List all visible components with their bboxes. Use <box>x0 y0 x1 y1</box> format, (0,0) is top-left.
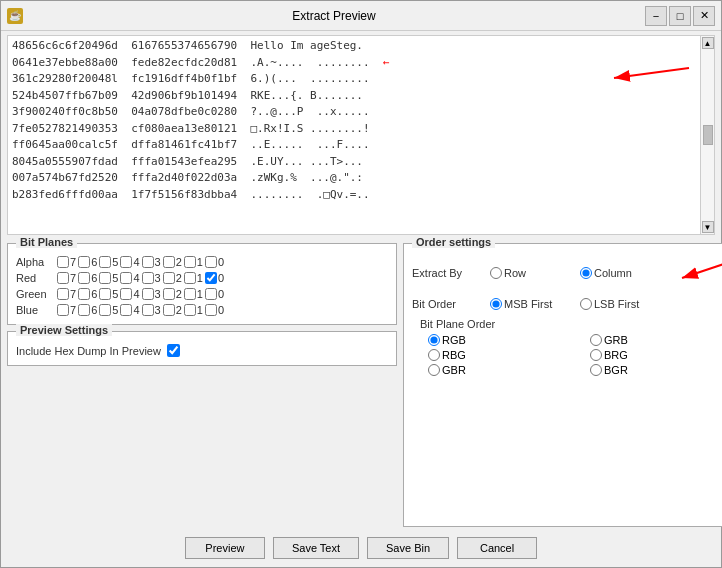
column-radio-item: Column <box>580 267 664 279</box>
alpha-bit-6: 6 <box>78 256 97 268</box>
column-radio[interactable] <box>580 267 592 279</box>
blue-cb-4[interactable] <box>120 304 132 316</box>
green-cb-3[interactable] <box>142 288 154 300</box>
extract-by-radio-group: Row Column <box>490 267 664 279</box>
cancel-button[interactable]: Cancel <box>457 537 537 559</box>
green-bit-1: 1 <box>184 288 203 300</box>
blue-cb-3[interactable] <box>142 304 154 316</box>
grb-radio-item: GRB <box>590 334 722 346</box>
bottom-section: Bit Planes Alpha 7 6 5 4 3 2 1 0 <box>1 239 721 531</box>
red-row: Red 7 6 5 4 3 2 1 0 <box>16 272 388 284</box>
order-settings-group: Order settings Extract By Row Column <box>403 243 722 527</box>
blue-bit-6: 6 <box>78 304 97 316</box>
blue-checkboxes: 7 6 5 4 3 2 1 0 <box>57 304 224 316</box>
green-cb-0[interactable] <box>205 288 217 300</box>
hex-dump-label: Include Hex Dump In Preview <box>16 345 161 357</box>
blue-bit-0: 0 <box>205 304 224 316</box>
brg-label: BRG <box>604 349 628 361</box>
maximize-button[interactable]: □ <box>669 6 691 26</box>
green-cb-2[interactable] <box>163 288 175 300</box>
save-bin-button[interactable]: Save Bin <box>367 537 449 559</box>
gbr-label: GBR <box>442 364 466 376</box>
red-checkboxes: 7 6 5 4 3 2 1 0 <box>57 272 224 284</box>
row-radio-label: Row <box>504 267 574 279</box>
alpha-cb-4[interactable] <box>120 256 132 268</box>
green-cb-6[interactable] <box>78 288 90 300</box>
extract-by-label: Extract By <box>412 267 482 279</box>
preview-button[interactable]: Preview <box>185 537 265 559</box>
blue-bit-7: 7 <box>57 304 76 316</box>
green-row: Green 7 6 5 4 3 2 1 0 <box>16 288 388 300</box>
red-cb-5[interactable] <box>99 272 111 284</box>
grb-radio[interactable] <box>590 334 602 346</box>
alpha-bit-7: 7 <box>57 256 76 268</box>
scroll-up[interactable]: ▲ <box>702 37 714 49</box>
gbr-radio[interactable] <box>428 364 440 376</box>
preview-area: 48656c6c6f20496d 6167655374656790 Hello … <box>7 35 715 235</box>
alpha-cb-5[interactable] <box>99 256 111 268</box>
blue-cb-5[interactable] <box>99 304 111 316</box>
alpha-bit-5: 5 <box>99 256 118 268</box>
gbr-radio-item: GBR <box>428 364 570 376</box>
blue-cb-0[interactable] <box>205 304 217 316</box>
preview-scrollbar[interactable]: ▲ ▼ <box>700 36 714 234</box>
brg-radio-item: BRG <box>590 349 722 361</box>
alpha-cb-7[interactable] <box>57 256 69 268</box>
msb-radio[interactable] <box>490 298 502 310</box>
alpha-cb-3[interactable] <box>142 256 154 268</box>
blue-cb-7[interactable] <box>57 304 69 316</box>
red-bit-3: 3 <box>142 272 161 284</box>
blue-row: Blue 7 6 5 4 3 2 1 0 <box>16 304 388 316</box>
svg-line-3 <box>682 263 722 278</box>
green-cb-7[interactable] <box>57 288 69 300</box>
lsb-radio-label: LSB First <box>594 298 664 310</box>
green-cb-1[interactable] <box>184 288 196 300</box>
alpha-cb-1[interactable] <box>184 256 196 268</box>
alpha-cb-2[interactable] <box>163 256 175 268</box>
blue-cb-6[interactable] <box>78 304 90 316</box>
rgb-radio[interactable] <box>428 334 440 346</box>
alpha-cb-6[interactable] <box>78 256 90 268</box>
green-cb-5[interactable] <box>99 288 111 300</box>
bit-plane-order-section: Bit Plane Order RGB GRB RBG <box>412 318 722 376</box>
bit-order-label: Bit Order <box>412 298 482 310</box>
blue-bit-4: 4 <box>120 304 139 316</box>
lsb-radio[interactable] <box>580 298 592 310</box>
extract-by-row: Extract By Row Column <box>412 258 722 288</box>
red-cb-6[interactable] <box>78 272 90 284</box>
red-cb-0[interactable] <box>205 272 217 284</box>
arrow-annotation-2 <box>672 258 722 288</box>
green-cb-4[interactable] <box>120 288 132 300</box>
blue-cb-1[interactable] <box>184 304 196 316</box>
red-cb-1[interactable] <box>184 272 196 284</box>
hex-dump-checkbox[interactable] <box>167 344 180 357</box>
close-button[interactable]: ✕ <box>693 6 715 26</box>
red-cb-7[interactable] <box>57 272 69 284</box>
alpha-bit-0: 0 <box>205 256 224 268</box>
alpha-row: Alpha 7 6 5 4 3 2 1 0 <box>16 256 388 268</box>
red-cb-4[interactable] <box>120 272 132 284</box>
order-settings-title: Order settings <box>412 236 495 248</box>
scroll-thumb[interactable] <box>703 125 713 145</box>
red-bit-1: 1 <box>184 272 203 284</box>
bgr-radio[interactable] <box>590 364 602 376</box>
red-cb-3[interactable] <box>142 272 154 284</box>
save-text-button[interactable]: Save Text <box>273 537 359 559</box>
rbg-radio[interactable] <box>428 349 440 361</box>
red-cb-2[interactable] <box>163 272 175 284</box>
minimize-button[interactable]: − <box>645 6 667 26</box>
blue-cb-2[interactable] <box>163 304 175 316</box>
main-window: ☕ Extract Preview − □ ✕ 48656c6c6f20496d… <box>0 0 722 568</box>
footer-buttons: Preview Save Text Save Bin Cancel <box>1 531 721 567</box>
scroll-down[interactable]: ▼ <box>702 221 714 233</box>
alpha-bit-4: 4 <box>120 256 139 268</box>
rgb-label: RGB <box>442 334 466 346</box>
green-label: Green <box>16 288 54 300</box>
rbg-label: RBG <box>442 349 466 361</box>
brg-radio[interactable] <box>590 349 602 361</box>
red-label: Red <box>16 272 54 284</box>
alpha-cb-0[interactable] <box>205 256 217 268</box>
row-radio-item: Row <box>490 267 574 279</box>
row-radio[interactable] <box>490 267 502 279</box>
title-bar-left: ☕ <box>7 8 23 24</box>
